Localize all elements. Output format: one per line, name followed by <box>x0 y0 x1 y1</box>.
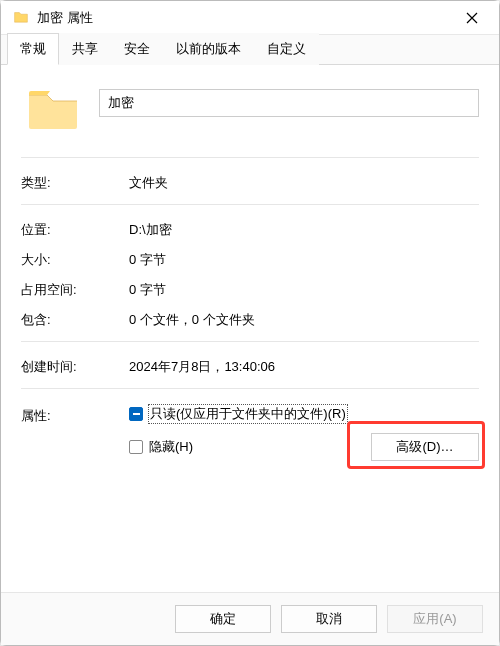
folder-icon-large <box>25 85 81 133</box>
attributes-label: 属性: <box>21 405 129 425</box>
row-size: 大小: 0 字节 <box>21 245 479 275</box>
tab-content: 类型: 文件夹 位置: D:\加密 大小: 0 字节 占用空间: 0 字节 包含… <box>1 65 499 592</box>
divider <box>21 341 479 342</box>
ondisk-value: 0 字节 <box>129 281 166 299</box>
dialog-footer: 确定 取消 应用(A) <box>1 592 499 645</box>
type-value: 文件夹 <box>129 174 168 192</box>
hidden-line: 隐藏(H) <box>129 438 193 456</box>
type-label: 类型: <box>21 174 129 192</box>
row-attributes: 属性: 只读(仅应用于文件夹中的文件)(R) 隐藏(H) 高级(D)… <box>21 399 479 467</box>
size-label: 大小: <box>21 251 129 269</box>
attributes-column: 只读(仅应用于文件夹中的文件)(R) 隐藏(H) 高级(D)… <box>129 405 479 461</box>
hidden-advanced-line: 隐藏(H) 高级(D)… <box>129 433 479 461</box>
row-ondisk: 占用空间: 0 字节 <box>21 275 479 305</box>
row-type: 类型: 文件夹 <box>21 168 479 198</box>
folder-name-input[interactable] <box>99 89 479 117</box>
readonly-label[interactable]: 只读(仅应用于文件夹中的文件)(R) <box>149 405 347 423</box>
location-label: 位置: <box>21 221 129 239</box>
apply-button[interactable]: 应用(A) <box>387 605 483 633</box>
readonly-checkbox[interactable] <box>129 407 143 421</box>
ok-button[interactable]: 确定 <box>175 605 271 633</box>
tab-share[interactable]: 共享 <box>59 33 111 65</box>
divider <box>21 388 479 389</box>
row-created: 创建时间: 2024年7月8日，13:40:06 <box>21 352 479 382</box>
window-title: 加密 属性 <box>37 9 457 27</box>
hidden-checkbox[interactable] <box>129 440 143 454</box>
contains-label: 包含: <box>21 311 129 329</box>
titlebar: 加密 属性 <box>1 1 499 35</box>
created-label: 创建时间: <box>21 358 129 376</box>
tab-general[interactable]: 常规 <box>7 33 59 65</box>
header-row <box>21 85 479 133</box>
row-location: 位置: D:\加密 <box>21 215 479 245</box>
tab-previous-versions[interactable]: 以前的版本 <box>163 33 254 65</box>
ondisk-label: 占用空间: <box>21 281 129 299</box>
divider <box>21 204 479 205</box>
tab-bar: 常规 共享 安全 以前的版本 自定义 <box>1 35 499 65</box>
cancel-button[interactable]: 取消 <box>281 605 377 633</box>
location-value: D:\加密 <box>129 221 172 239</box>
tab-security[interactable]: 安全 <box>111 33 163 65</box>
created-value: 2024年7月8日，13:40:06 <box>129 358 275 376</box>
size-value: 0 字节 <box>129 251 166 269</box>
properties-dialog: 加密 属性 常规 共享 安全 以前的版本 自定义 类型: 文件夹 <box>0 0 500 646</box>
contains-value: 0 个文件，0 个文件夹 <box>129 311 255 329</box>
readonly-line: 只读(仅应用于文件夹中的文件)(R) <box>129 405 479 423</box>
divider <box>21 157 479 158</box>
folder-icon <box>13 11 29 25</box>
advanced-button[interactable]: 高级(D)… <box>371 433 479 461</box>
hidden-label[interactable]: 隐藏(H) <box>149 438 193 456</box>
row-contains: 包含: 0 个文件，0 个文件夹 <box>21 305 479 335</box>
close-button[interactable] <box>457 3 487 33</box>
tab-custom[interactable]: 自定义 <box>254 33 319 65</box>
